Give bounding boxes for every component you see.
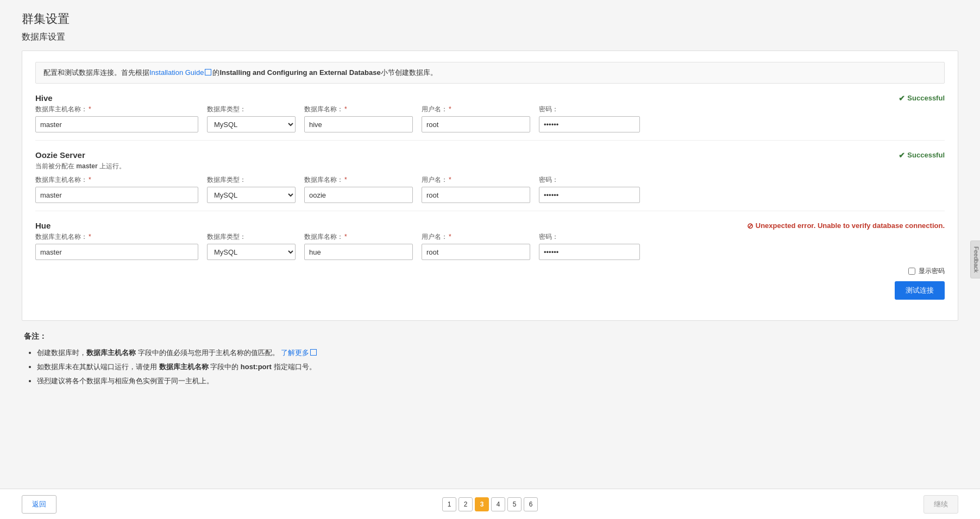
page-2[interactable]: 2 (458, 497, 473, 511)
hive-dbname-field: 数据库名称：* (304, 105, 413, 132)
show-password-checkbox[interactable] (908, 268, 915, 275)
hue-section-name: Hue (35, 221, 51, 230)
feedback-tab[interactable]: Feedback (970, 240, 980, 279)
bottom-nav: 返回 1 2 3 4 5 6 继续 (0, 489, 980, 519)
installation-guide-link[interactable]: Installation Guide (149, 68, 212, 77)
notes-list: 创建数据库时，数据库主机名称 字段中的值必须与您用于主机名称的值匹配。 了解更多… (24, 346, 956, 388)
hive-status-text: Successful (907, 94, 945, 102)
hue-username-required: * (449, 233, 451, 240)
hive-password-label: 密码： (539, 105, 640, 114)
hue-section-header: Hue ⊘ Unexpected error. Unable to verify… (35, 221, 945, 230)
section-title: 数据库设置 (22, 31, 958, 43)
oozie-dbtype-label: 数据库类型： (207, 175, 296, 185)
note-bold-2b: host:port (241, 363, 272, 371)
test-btn-row: 测试连接 (35, 281, 945, 300)
page-6[interactable]: 6 (524, 497, 538, 511)
page-title: 群集设置 (22, 11, 958, 27)
page-1[interactable]: 1 (442, 497, 456, 511)
info-text-after: 小节创建数据库。 (381, 68, 437, 77)
hue-username-field: 用户名：* (422, 232, 530, 260)
hive-section-header: Hive ✔ Successful (35, 93, 945, 103)
hue-dbtype-field: 数据库类型： MySQL PostgreSQL Oracle Microsoft… (207, 232, 296, 260)
hive-host-required: * (89, 105, 91, 113)
page-wrapper: 群集设置 数据库设置 配置和测试数据库连接。首先根据Installation G… (0, 0, 980, 519)
oozie-status-text: Successful (907, 151, 945, 159)
hive-section-name: Hive (35, 93, 53, 103)
oozie-host-field: 数据库主机名称：* (35, 175, 198, 203)
oozie-username-required: * (449, 176, 451, 183)
oozie-username-field: 用户名：* (422, 175, 530, 203)
hue-host-required: * (89, 233, 91, 240)
notes-section: 备注： 创建数据库时，数据库主机名称 字段中的值必须与您用于主机名称的值匹配。 … (22, 332, 958, 388)
info-bar: 配置和测试数据库连接。首先根据Installation Guide的Instal… (35, 62, 945, 84)
oozie-fields-row: 数据库主机名称：* 数据库类型： MySQL PostgreSQL Oracle… (35, 175, 945, 203)
hive-dbname-input[interactable] (304, 116, 413, 132)
page-5[interactable]: 5 (507, 497, 522, 511)
hive-dbtype-label: 数据库类型： (207, 105, 296, 114)
info-text-before-link: 配置和测试数据库连接。首先根据 (43, 68, 149, 77)
hue-dbname-input[interactable] (304, 244, 413, 260)
db-section-hue: Hue ⊘ Unexpected error. Unable to verify… (35, 221, 945, 307)
test-connection-button[interactable]: 测试连接 (895, 281, 945, 300)
db-section-hive: Hive ✔ Successful 数据库主机名称：* 数据库类型： MySQL… (35, 93, 945, 141)
oozie-host-required: * (89, 176, 91, 183)
page-4[interactable]: 4 (491, 497, 505, 511)
hue-host-label: 数据库主机名称：* (35, 232, 198, 242)
db-section-oozie: Oozie Server ✔ Successful 当前被分配在 master … (35, 150, 945, 211)
oozie-section-name: Oozie Server (35, 150, 85, 160)
hive-host-field: 数据库主机名称：* (35, 105, 198, 132)
hive-host-label: 数据库主机名称：* (35, 105, 198, 114)
oozie-status: ✔ Successful (899, 151, 945, 160)
hue-password-input[interactable] (539, 244, 640, 260)
hue-username-input[interactable] (422, 244, 530, 260)
note-bold-1: 数据库主机名称 (86, 349, 136, 357)
oozie-username-input[interactable] (422, 187, 530, 203)
hive-dbtype-field: 数据库类型： MySQL PostgreSQL Oracle Microsoft… (207, 105, 296, 132)
hue-status: ⊘ Unexpected error. Unable to verify dat… (747, 221, 945, 230)
pagination: 1 2 3 4 5 6 (442, 497, 538, 511)
main-panel: 配置和测试数据库连接。首先根据Installation Guide的Instal… (22, 50, 958, 321)
note-item-3: 强烈建议将各个数据库与相应角色实例置于同一主机上。 (37, 374, 956, 388)
hue-fields-row: 数据库主机名称：* 数据库类型： MySQL PostgreSQL Oracle… (35, 232, 945, 260)
oozie-dbname-input[interactable] (304, 187, 413, 203)
page-3[interactable]: 3 (475, 497, 489, 511)
back-button[interactable]: 返回 (22, 495, 56, 514)
external-link-icon (205, 69, 211, 75)
oozie-dbtype-field: 数据库类型： MySQL PostgreSQL Oracle Microsoft… (207, 175, 296, 203)
show-password-label[interactable]: 显示密码 (919, 267, 945, 276)
hive-host-input[interactable] (35, 116, 198, 132)
hue-dbname-label: 数据库名称：* (304, 232, 413, 242)
oozie-dbname-required: * (344, 176, 347, 183)
learn-more-ext-icon (310, 349, 317, 356)
note-item-2: 如数据库未在其默认端口运行，请使用 数据库主机名称 字段中的 host:port… (37, 360, 956, 374)
show-password-row: 显示密码 (35, 267, 945, 276)
note-item-1: 创建数据库时，数据库主机名称 字段中的值必须与您用于主机名称的值匹配。 了解更多 (37, 346, 956, 360)
hive-dbtype-select[interactable]: MySQL PostgreSQL Oracle Microsoft SQL Se… (207, 116, 296, 132)
hive-username-required: * (449, 105, 451, 113)
hue-dbname-field: 数据库名称：* (304, 232, 413, 260)
oozie-password-label: 密码： (539, 175, 640, 185)
oozie-host-label: 数据库主机名称：* (35, 175, 198, 185)
oozie-dbname-label: 数据库名称：* (304, 175, 413, 185)
hive-password-field: 密码： (539, 105, 640, 132)
oozie-host-input[interactable] (35, 187, 198, 203)
hue-host-field: 数据库主机名称：* (35, 232, 198, 260)
hive-username-input[interactable] (422, 116, 530, 132)
hive-username-field: 用户名：* (422, 105, 530, 132)
oozie-password-field: 密码： (539, 175, 640, 203)
hive-password-input[interactable] (539, 116, 640, 132)
hue-dbname-required: * (344, 233, 347, 240)
note-bold-2a: 数据库主机名称 (159, 363, 209, 371)
check-icon-oozie: ✔ (899, 151, 905, 160)
error-icon-hue: ⊘ (747, 221, 753, 230)
oozie-password-input[interactable] (539, 187, 640, 203)
info-text-middle: 的 (212, 68, 219, 77)
hue-host-input[interactable] (35, 244, 198, 260)
learn-more-link[interactable]: 了解更多 (281, 349, 309, 357)
oozie-dbname-field: 数据库名称：* (304, 175, 413, 203)
hue-dbtype-select[interactable]: MySQL PostgreSQL Oracle Microsoft SQL Se… (207, 244, 296, 260)
continue-button[interactable]: 继续 (924, 495, 958, 514)
oozie-sub-info: 当前被分配在 master 上运行。 (35, 162, 945, 171)
oozie-dbtype-select[interactable]: MySQL PostgreSQL Oracle Microsoft SQL Se… (207, 187, 296, 203)
hive-username-label: 用户名：* (422, 105, 530, 114)
